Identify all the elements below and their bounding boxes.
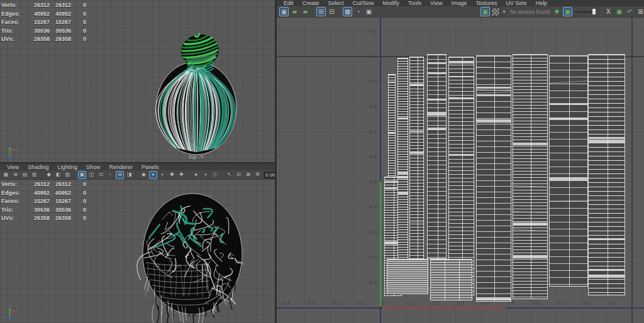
uv-shell-strip[interactable] — [397, 58, 408, 265]
image-dim-slider[interactable] — [575, 8, 596, 15]
y-tick-label: 0.7 — [370, 129, 377, 134]
menu-edit[interactable]: Edit — [279, 0, 298, 6]
pixel-snap-icon[interactable]: ⊟ — [327, 7, 336, 16]
menu-lighting[interactable]: Lighting — [53, 164, 82, 170]
hud-row: Faces:15267152670 — [1, 197, 127, 206]
texture-swatch[interactable] — [491, 8, 500, 16]
menu-view[interactable]: View — [426, 0, 447, 6]
lights-mode-icon[interactable]: ✱ — [168, 171, 176, 179]
uv-shell-strip[interactable] — [387, 259, 428, 294]
hud-row: UVs:26358263580 — [1, 35, 127, 44]
viewport-toolbar: ▦⊞▤▥◆◧▨▣◫⊡▫⊞◨◉●◐✱✚●◑◇↖⊟⊠ ⚙ 0.00 ◑ 1.00 ◍… — [0, 170, 275, 180]
menu-renderer[interactable]: Renderer — [104, 164, 137, 170]
shaded-uv-display-icon[interactable]: ▰ — [290, 7, 299, 16]
texture-dropdown-caret[interactable]: ▼ — [502, 9, 506, 14]
uv-shell-strip[interactable] — [388, 74, 396, 179]
exposure-icon[interactable]: ⚙ — [253, 171, 262, 179]
menu-create[interactable]: Create — [298, 0, 324, 6]
two-panes-icon[interactable]: ▫ — [106, 171, 114, 179]
toolbar-separator — [313, 9, 314, 15]
motion-blur-icon[interactable]: ◑ — [201, 171, 209, 179]
u1-grid-line — [631, 18, 633, 323]
y-tick-label: 0.4 — [370, 204, 377, 210]
display-image-ratio-icon[interactable]: ▣ — [563, 7, 572, 16]
hud-row: Faces:15267152670 — [1, 18, 127, 27]
menu-show[interactable]: Show — [82, 164, 105, 170]
uv-distortion-icon[interactable]: ▣ — [279, 7, 289, 16]
screen-ao-icon[interactable]: ● — [192, 171, 200, 179]
image-display-icon[interactable]: ▣ — [364, 7, 374, 16]
menu-tools[interactable]: Tools — [404, 0, 426, 6]
x-tick-label: 0 — [382, 300, 384, 306]
wireframe-on-shaded-icon[interactable]: ⊠ — [244, 171, 252, 179]
maya-window: Verts:26312263120Edges:40952409520Faces:… — [0, 0, 644, 323]
snap-point-icon[interactable]: ▨ — [64, 171, 72, 179]
uv-shell-strip[interactable] — [476, 55, 511, 302]
x-tick-label: -0.3 — [306, 300, 315, 306]
uv-shell-strip[interactable] — [549, 55, 588, 287]
camera-attrs-icon[interactable]: ▣ — [78, 171, 86, 179]
checker-display-icon[interactable]: ▩ — [343, 7, 352, 16]
uv-transform-arrows-icon[interactable]: X — [604, 7, 613, 16]
clear-selection-icon[interactable]: ⊠ — [636, 7, 644, 16]
uv-canvas[interactable]: -0.4-0.3-0.2-0.100.10.20.30.40.50.60.70.… — [277, 18, 644, 323]
lasso-tool-icon[interactable]: ⊞ — [11, 171, 19, 179]
menu-uv-sets[interactable]: UV Sets — [501, 0, 531, 6]
y-tick-label: 1 — [370, 53, 372, 59]
menu-select[interactable]: Select — [324, 0, 348, 6]
shadows-mode-icon[interactable]: ✚ — [177, 171, 186, 179]
uv-editor-menubar: EditCreateSelectCut/SewModifyToolsViewIm… — [277, 0, 644, 6]
shaded-mode-icon[interactable]: ● — [149, 171, 157, 179]
menu-view[interactable]: View — [3, 164, 23, 170]
paint-select-icon[interactable]: ▤ — [21, 171, 29, 179]
uv-editor-panel: EditCreateSelectCut/SewModifyToolsViewIm… — [277, 0, 644, 323]
xray-mode-icon[interactable]: ⊟ — [235, 171, 243, 179]
texture-display-icon[interactable]: ▣ — [480, 7, 490, 16]
anti-alias-icon[interactable]: ◇ — [211, 171, 219, 179]
select-tool-icon[interactable]: ▦ — [2, 171, 10, 179]
menu-modify[interactable]: Modify — [379, 0, 404, 6]
menu-help[interactable]: Help — [531, 0, 552, 6]
uv-snapshot-icon[interactable]: ▣ — [614, 7, 624, 16]
uv-move-mode-icon[interactable]: ✚ — [552, 7, 562, 16]
uv-shell-strip[interactable] — [409, 57, 424, 278]
uv-shell-strip[interactable] — [427, 54, 447, 259]
select-modes-icon[interactable]: ▥ — [30, 171, 38, 179]
uv-shell-strip[interactable] — [513, 54, 548, 299]
x-tick-label: 0.7 — [558, 300, 565, 306]
undo-view-icon[interactable]: ↶ — [625, 7, 635, 16]
menu-panels[interactable]: Panels — [137, 164, 164, 170]
x-tick-label: 0.6 — [533, 300, 540, 306]
viewport-top[interactable]: Verts:26312263120Edges:40952409520Faces:… — [0, 0, 275, 162]
toolbar-separator — [188, 172, 189, 178]
camera-label: top -Y — [189, 154, 204, 160]
menu-textures[interactable]: Textures — [471, 0, 501, 6]
viewport-menubar: ViewShadingLightingShowRendererPanels — [0, 163, 275, 170]
view-axis-gizmo — [5, 147, 21, 160]
grid-display-icon[interactable]: ⊞ — [316, 7, 326, 16]
uv-shell-strip[interactable] — [588, 54, 625, 295]
view-axis-gizmo-2 — [5, 308, 21, 320]
film-gate-icon[interactable]: ◨ — [125, 171, 133, 179]
shaded-uv-borders-icon[interactable]: ▰ — [301, 7, 310, 16]
y-tick-label: 1.1 — [370, 28, 377, 34]
menu-shading[interactable]: Shading — [23, 164, 53, 170]
texture-status-label: No texture found — [510, 9, 552, 15]
dim-image-icon[interactable]: ◔ — [353, 7, 363, 16]
shading-smooth-icon[interactable]: ◉ — [140, 171, 148, 179]
image-plane-icon[interactable]: ⊡ — [97, 171, 105, 179]
x-tick-label: 0.8 — [583, 300, 590, 306]
bookmarks-icon[interactable]: ◫ — [87, 171, 96, 179]
uv-shell-strip[interactable] — [430, 259, 472, 300]
isolate-select-icon[interactable]: ↖ — [225, 171, 233, 179]
menu-cut-sew[interactable]: Cut/Sew — [348, 0, 379, 6]
viewport-bottom[interactable]: ViewShadingLightingShowRendererPanels ▦⊞… — [0, 163, 275, 323]
textured-mode-icon[interactable]: ◐ — [158, 171, 167, 179]
grid-toggle-icon[interactable]: ⊞ — [116, 171, 124, 179]
snap-curve-icon[interactable]: ◧ — [54, 171, 62, 179]
x-tick-label: -0.2 — [331, 300, 340, 306]
snap-grid-icon[interactable]: ◆ — [45, 171, 53, 179]
menu-image[interactable]: Image — [447, 0, 471, 6]
x-tick-label: 0.2 — [432, 300, 439, 306]
exposure-field[interactable]: 0.00 — [264, 172, 275, 178]
